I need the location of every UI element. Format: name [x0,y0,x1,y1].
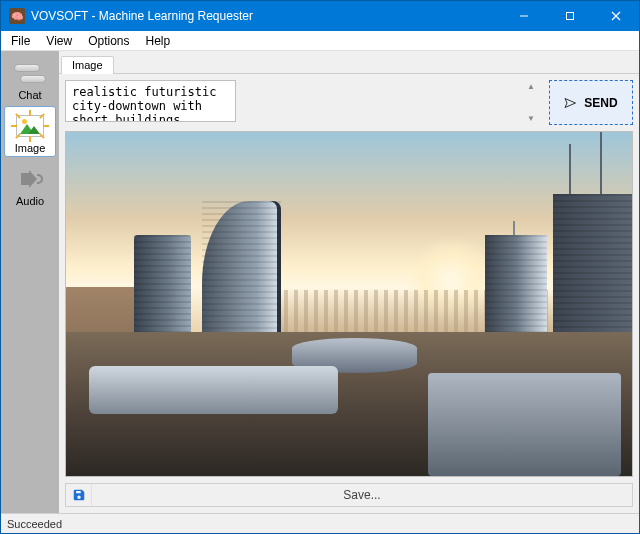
audio-icon [11,164,49,194]
menu-view[interactable]: View [38,32,80,50]
main-panel: Image ▲ ▼ SEND [59,51,639,513]
svg-rect-1 [567,13,574,20]
spin-down-icon[interactable]: ▼ [527,114,541,123]
tab-image[interactable]: Image [61,56,114,74]
send-icon [564,97,576,109]
maximize-icon [565,11,575,21]
prompt-spin: ▲ ▼ [527,82,541,123]
body-area: Chat Image [1,51,639,513]
window-controls [501,1,639,31]
spin-up-icon[interactable]: ▲ [527,82,541,91]
menu-file[interactable]: File [3,32,38,50]
send-button[interactable]: SEND [549,80,633,125]
generated-image[interactable] [65,131,633,477]
status-bar: Succeeded [1,513,639,533]
sidebar-item-audio[interactable]: Audio [4,159,56,210]
close-button[interactable] [593,1,639,31]
title-bar[interactable]: 🧠 VOVSOFT - Machine Learning Requester [1,1,639,31]
app-window: 🧠 VOVSOFT - Machine Learning Requester F… [0,0,640,534]
close-icon [611,11,621,21]
generated-image-canvas [66,132,632,476]
sidebar-item-chat[interactable]: Chat [4,53,56,104]
sidebar: Chat Image [1,51,59,513]
minimize-icon [519,11,529,21]
sidebar-label-chat: Chat [18,89,41,101]
image-icon [11,111,49,141]
menu-bar: File View Options Help [1,31,639,51]
save-icon [66,484,92,506]
menu-help[interactable]: Help [138,32,179,50]
status-text: Succeeded [7,518,62,530]
save-button[interactable]: Save... [65,483,633,507]
sidebar-label-image: Image [15,142,46,154]
sidebar-item-image[interactable]: Image [4,106,56,157]
app-icon: 🧠 [9,8,25,24]
tab-bar: Image [59,51,639,73]
menu-options[interactable]: Options [80,32,137,50]
maximize-button[interactable] [547,1,593,31]
prompt-wrapper: ▲ ▼ [65,80,543,125]
prompt-input[interactable] [65,80,236,122]
save-label: Save... [92,488,632,502]
content-area: ▲ ▼ SEND [59,73,639,513]
prompt-row: ▲ ▼ SEND [65,80,633,125]
send-label: SEND [584,96,617,110]
minimize-button[interactable] [501,1,547,31]
window-title: VOVSOFT - Machine Learning Requester [31,9,501,23]
sidebar-label-audio: Audio [16,195,44,207]
chat-icon [11,58,49,88]
